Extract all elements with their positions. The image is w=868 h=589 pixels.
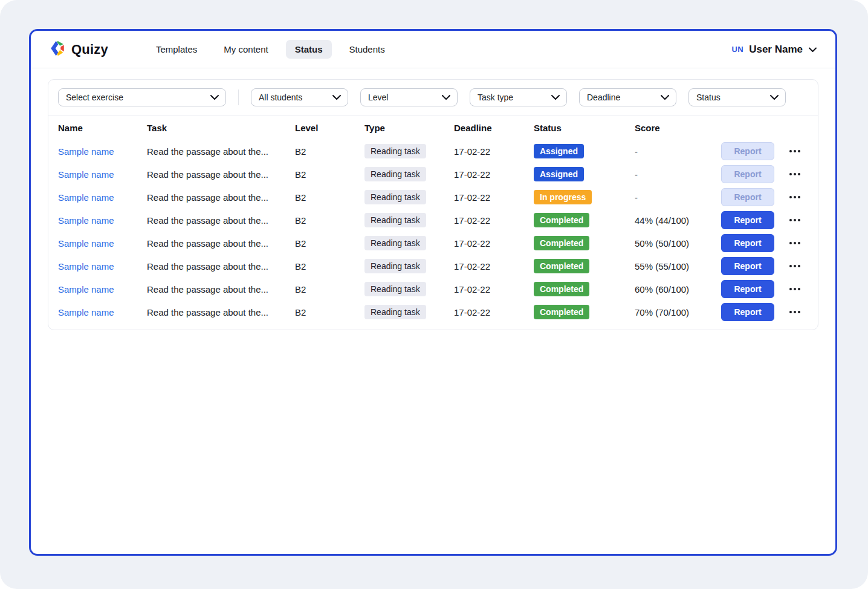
column-header-name: Name: [58, 123, 147, 133]
row-menu-button[interactable]: [782, 146, 808, 156]
filter-status[interactable]: Status: [688, 88, 786, 106]
filter-level[interactable]: Level: [360, 88, 458, 106]
student-name-link[interactable]: Sample name: [58, 192, 147, 203]
chevron-down-icon: [210, 93, 219, 102]
task-title: Read the passage about the...: [147, 169, 295, 180]
user-menu[interactable]: UN User Name: [731, 44, 817, 56]
task-type-badge: Reading task: [364, 213, 426, 227]
score-value: -: [635, 169, 721, 180]
task-title: Read the passage about the...: [147, 192, 295, 203]
score-value: 55% (55/100): [635, 261, 721, 272]
table-row: Sample name Read the passage about the..…: [48, 186, 818, 209]
column-header-deadline: Deadline: [454, 123, 534, 133]
row-menu-button[interactable]: [782, 215, 808, 225]
student-name-link[interactable]: Sample name: [58, 284, 147, 294]
student-name-link[interactable]: Sample name: [58, 215, 147, 226]
task-title: Read the passage about the...: [147, 284, 295, 294]
task-type-badge: Reading task: [364, 190, 426, 204]
chevron-down-icon: [808, 44, 817, 55]
column-header-task: Task: [147, 123, 295, 133]
deadline-value: 17-02-22: [454, 284, 534, 294]
filter-select-exercise[interactable]: Select exercise: [58, 88, 226, 106]
score-value: 44% (44/100): [635, 215, 721, 226]
status-panel: Select exercise All students Level Task …: [48, 79, 818, 330]
level-value: B2: [295, 192, 364, 203]
status-badge: Completed: [534, 259, 589, 273]
chevron-down-icon: [769, 93, 779, 102]
row-menu-button[interactable]: [782, 169, 808, 179]
table-row: Sample name Read the passage about the..…: [48, 209, 818, 232]
student-name-link[interactable]: Sample name: [58, 238, 147, 249]
score-value: 70% (70/100): [635, 307, 721, 317]
deadline-value: 17-02-22: [454, 192, 534, 203]
report-button: Report: [721, 188, 774, 206]
nav-tab-status[interactable]: Status: [286, 40, 332, 59]
column-header-type: Type: [364, 123, 454, 133]
report-button[interactable]: Report: [721, 257, 774, 275]
report-button: Report: [721, 142, 774, 160]
student-name-link[interactable]: Sample name: [58, 261, 147, 272]
student-name-link[interactable]: Sample name: [58, 169, 147, 180]
status-badge: Completed: [534, 282, 589, 296]
brand-name: Quizy: [71, 42, 108, 57]
status-badge: Assigned: [534, 167, 584, 181]
column-header-level: Level: [295, 123, 364, 133]
level-value: B2: [295, 284, 364, 294]
report-button[interactable]: Report: [721, 234, 774, 252]
deadline-value: 17-02-22: [454, 307, 534, 317]
filter-deadline[interactable]: Deadline: [579, 88, 676, 106]
status-badge: Assigned: [534, 144, 584, 158]
filter-divider: [238, 89, 239, 105]
level-value: B2: [295, 215, 364, 226]
score-value: -: [635, 146, 721, 157]
level-value: B2: [295, 169, 364, 180]
main-nav: Templates My content Status Students: [147, 40, 394, 59]
row-menu-button[interactable]: [782, 307, 808, 317]
table-row: Sample name Read the passage about the..…: [48, 278, 818, 301]
nav-tab-templates[interactable]: Templates: [147, 40, 206, 59]
level-value: B2: [295, 261, 364, 272]
score-value: -: [635, 192, 721, 203]
task-title: Read the passage about the...: [147, 146, 295, 157]
task-title: Read the passage about the...: [147, 215, 295, 226]
level-value: B2: [295, 307, 364, 317]
deadline-value: 17-02-22: [454, 238, 534, 249]
chevron-down-icon: [332, 93, 342, 102]
task-type-badge: Reading task: [364, 167, 426, 181]
task-type-badge: Reading task: [364, 305, 426, 319]
task-type-badge: Reading task: [364, 259, 426, 273]
chevron-down-icon: [551, 93, 560, 102]
row-menu-button[interactable]: [782, 192, 808, 202]
row-menu-button[interactable]: [782, 238, 808, 248]
nav-tab-my-content[interactable]: My content: [215, 40, 277, 59]
report-button[interactable]: Report: [721, 280, 774, 298]
filter-all-students[interactable]: All students: [251, 88, 348, 106]
report-button[interactable]: Report: [721, 303, 774, 321]
student-name-link[interactable]: Sample name: [58, 146, 147, 157]
status-badge: Completed: [534, 213, 589, 227]
table-row: Sample name Read the passage about the..…: [48, 140, 818, 163]
row-menu-button[interactable]: [782, 284, 808, 294]
app-window: Quizy Templates My content Status Studen…: [29, 29, 837, 556]
row-menu-button[interactable]: [782, 261, 808, 271]
deadline-value: 17-02-22: [454, 169, 534, 180]
task-title: Read the passage about the...: [147, 261, 295, 272]
task-type-badge: Reading task: [364, 282, 426, 296]
table-row: Sample name Read the passage about the..…: [48, 163, 818, 186]
deadline-value: 17-02-22: [454, 261, 534, 272]
table-row: Sample name Read the passage about the..…: [48, 255, 818, 278]
table-header-row: Name Task Level Type Deadline Status Sco…: [48, 116, 818, 140]
deadline-value: 17-02-22: [454, 215, 534, 226]
status-badge: In progress: [534, 190, 592, 204]
user-name: User Name: [749, 44, 803, 56]
chevron-down-icon: [441, 93, 451, 102]
student-name-link[interactable]: Sample name: [58, 307, 147, 317]
task-title: Read the passage about the...: [147, 238, 295, 249]
score-value: 50% (50/100): [635, 238, 721, 249]
quizy-logo-icon: [49, 40, 66, 59]
filter-task-type[interactable]: Task type: [470, 88, 567, 106]
report-button[interactable]: Report: [721, 211, 774, 229]
brand-logo[interactable]: Quizy: [49, 40, 108, 59]
nav-tab-students[interactable]: Students: [340, 40, 394, 59]
level-value: B2: [295, 146, 364, 157]
